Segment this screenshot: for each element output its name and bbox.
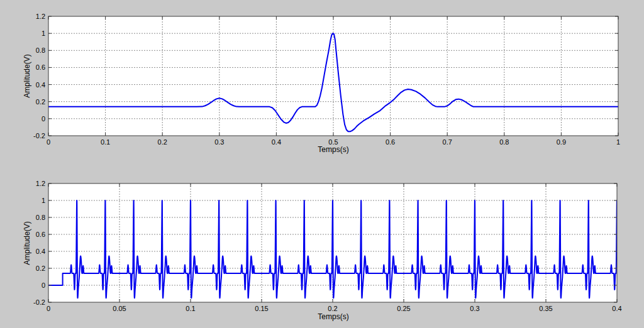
ecg-waveform: [48, 200, 617, 298]
x-tick-label: 0.15: [255, 305, 268, 312]
x-tick-label: 0.4: [612, 305, 621, 312]
y-tick-label: -0.2: [33, 298, 45, 306]
y-tick-label: 0.8: [36, 214, 45, 221]
ecg-single-pulse-chart: 00.10.20.30.40.50.60.70.80.91-0.200.20.4…: [0, 0, 644, 164]
ecg-pulse-train-chart: 00.050.10.150.20.250.30.350.4-0.200.20.4…: [0, 164, 644, 328]
ecg-pulse-train-plot: 00.050.10.150.20.250.30.350.4-0.200.20.4…: [0, 164, 644, 328]
y-tick-label: 0.4: [36, 248, 45, 255]
x-axis-label: Temps(s): [49, 312, 618, 321]
y-axis-label: Amplitude(V): [23, 221, 31, 265]
y-tick-label: 0.2: [36, 265, 45, 272]
x-tick-label: 0.35: [539, 305, 552, 312]
y-tick-label: 0: [42, 282, 45, 289]
y-tick-label: 0.2: [36, 98, 45, 106]
x-tick-label: 0.1: [186, 305, 195, 312]
x-tick-label: 0.25: [397, 305, 410, 312]
x-tick-label: 0.3: [470, 305, 479, 312]
y-tick-label: 1.2: [36, 13, 45, 20]
y-axis-label: Amplitude(V): [23, 54, 31, 97]
x-tick-label: 0.2: [328, 305, 337, 312]
ecg-single-pulse-plot: 00.10.20.30.40.50.60.70.80.91-0.200.20.4…: [0, 0, 644, 164]
y-tick-label: 0.8: [36, 46, 45, 54]
y-tick-label: 0: [42, 115, 45, 123]
y-tick-label: 0.6: [36, 231, 45, 238]
x-tick-label: 0.05: [113, 305, 126, 312]
matlab-figure: 00.10.20.30.40.50.60.70.80.91-0.200.20.4…: [0, 0, 644, 328]
y-tick-label: 0.4: [36, 81, 45, 89]
y-tick-label: -0.2: [33, 132, 45, 139]
y-tick-label: 1: [42, 30, 45, 37]
y-tick-label: 1.2: [36, 180, 45, 187]
x-axis-label: Temps(s): [49, 145, 618, 154]
x-tick-label: 0: [47, 305, 50, 312]
y-tick-label: 0.6: [36, 63, 45, 71]
y-tick-label: 1: [42, 197, 45, 204]
